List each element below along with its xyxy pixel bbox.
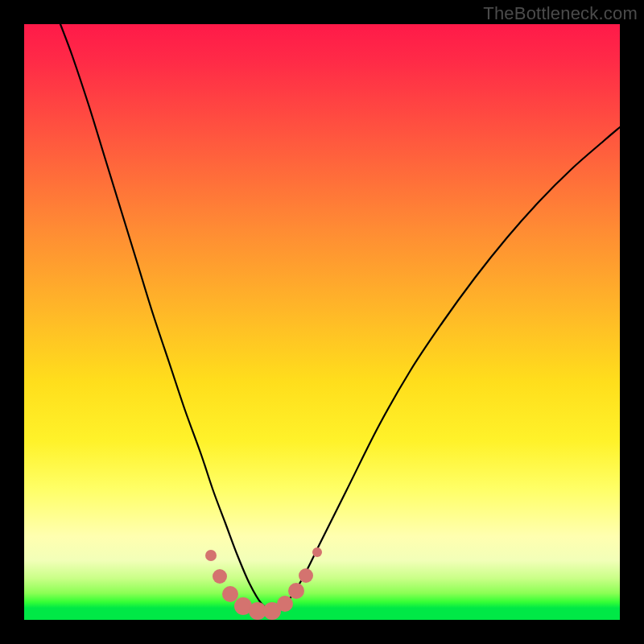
marker-dot: [277, 596, 293, 612]
marker-dot: [312, 547, 322, 557]
marker-dot: [299, 568, 313, 583]
bottleneck-curve: [60, 24, 620, 612]
marker-dot: [288, 583, 304, 599]
marker-dot: [213, 569, 227, 584]
chart-svg: [24, 24, 620, 620]
watermark-text: TheBottleneck.com: [483, 3, 638, 24]
marker-dot: [222, 586, 238, 602]
chart-frame: TheBottleneck.com: [0, 0, 644, 644]
highlighted-points: [205, 547, 322, 620]
marker-dot: [205, 550, 217, 561]
